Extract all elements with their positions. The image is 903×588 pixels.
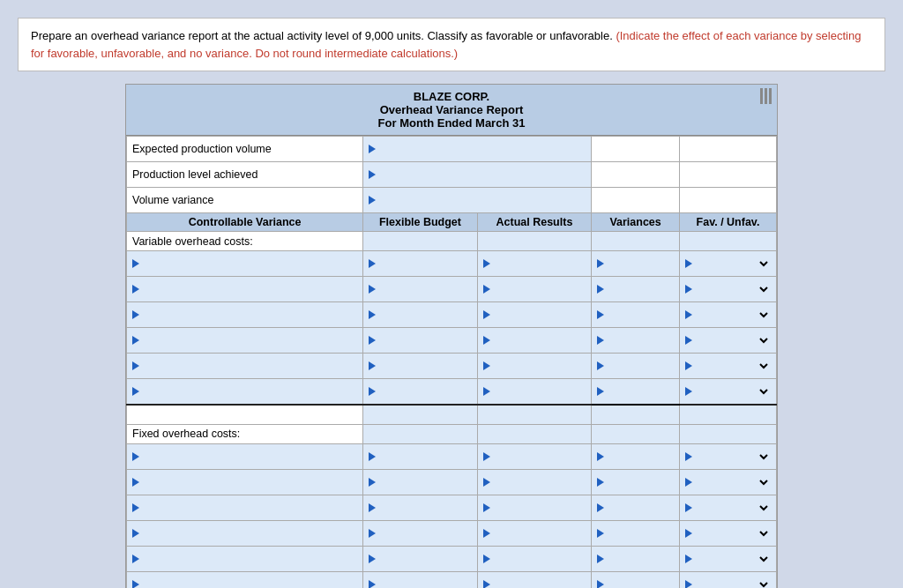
fixed-row-6-label[interactable]	[141, 577, 357, 589]
fixed-row-3-val1[interactable]	[377, 501, 472, 515]
input-arrow-v1c1	[369, 259, 376, 268]
variable-row-6-val2[interactable]	[492, 384, 586, 398]
table-header: BLAZE CORP. Overhead Variance Report For…	[126, 85, 777, 136]
fixed-row-6: Favorable Unfavorable No variance	[127, 571, 777, 588]
fixed-row-1-val1[interactable]	[377, 450, 472, 464]
fixed-row-4-val2[interactable]	[492, 526, 586, 540]
controllable-variance-header: Controllable Variance	[127, 213, 363, 232]
variable-row-5-dropdown[interactable]: Favorable Unfavorable No variance	[694, 359, 771, 373]
variable-row-4-dropdown[interactable]: Favorable Unfavorable No variance	[694, 333, 771, 347]
expected-production-row: Expected production volume	[127, 137, 777, 162]
fixed-row-2: Favorable Unfavorable No variance	[127, 469, 777, 495]
fixed-row-2-label[interactable]	[141, 475, 357, 489]
fixed-row-1-val2[interactable]	[492, 450, 586, 464]
report-table: Expected production volume Production le…	[126, 136, 777, 588]
variable-row-1-col1[interactable]	[363, 251, 478, 277]
variable-row-2-label-cell[interactable]	[127, 277, 363, 302]
variable-row-5-val2[interactable]	[492, 359, 586, 373]
fixed-section-label: Fixed overhead costs:	[127, 424, 363, 443]
volume-variance-empty2	[679, 188, 776, 213]
fixed-row-2-val1[interactable]	[377, 475, 472, 489]
variable-row-5: Favorable Unfavorable No variance	[127, 354, 777, 379]
fixed-row-3-dropdown[interactable]: Favorable Unfavorable No variance	[694, 501, 771, 515]
volume-variance-input[interactable]	[377, 193, 586, 207]
variable-row-6-dropdown[interactable]: Favorable Unfavorable No variance	[694, 384, 771, 398]
fixed-row-5-label[interactable]	[141, 552, 357, 566]
production-level-input[interactable]	[377, 167, 586, 182]
fixed-row-6-val1[interactable]	[377, 577, 472, 589]
fixed-section-label-row: Fixed overhead costs:	[127, 424, 777, 443]
variable-row-4-val3[interactable]	[606, 333, 674, 347]
variable-section-col3	[592, 232, 680, 251]
fixed-row-3-val2[interactable]	[492, 501, 586, 515]
variable-row-1-col2[interactable]	[477, 251, 592, 277]
fixed-row-5-val3[interactable]	[606, 552, 674, 566]
variable-row-1-col3[interactable]	[592, 251, 680, 277]
variable-row-1-val3[interactable]	[606, 257, 674, 271]
variable-row-2-dropdown[interactable]: Favorable Unfavorable No variance	[694, 282, 771, 296]
fixed-row-1-dropdown[interactable]: Favorable Unfavorable No variance	[694, 450, 771, 464]
fixed-row-5-dropdown[interactable]: Favorable Unfavorable No variance	[694, 552, 771, 566]
variable-section-col1	[363, 232, 478, 251]
variable-row-2-val2[interactable]	[492, 282, 586, 296]
variable-row-3-dropdown[interactable]: Favorable Unfavorable No variance	[694, 308, 771, 322]
fixed-row-2-dropdown[interactable]: Favorable Unfavorable No variance	[694, 475, 771, 489]
fixed-row-6-val2[interactable]	[492, 577, 586, 589]
resize-handle[interactable]	[760, 88, 772, 104]
input-arrow-2	[369, 170, 376, 179]
variable-row-2-val1[interactable]	[377, 282, 472, 296]
variable-row-4: Favorable Unfavorable No variance	[127, 328, 777, 354]
variable-row-1-dropdown[interactable]: Favorable Unfavorable No variance	[694, 257, 771, 271]
company-name: BLAZE CORP.	[130, 90, 773, 103]
production-level-empty1	[592, 162, 680, 188]
variable-row-6-val1[interactable]	[377, 384, 472, 398]
variable-row-6-label[interactable]	[141, 384, 357, 398]
fixed-row-4-label[interactable]	[141, 526, 357, 540]
fixed-row-6-val3[interactable]	[606, 577, 674, 589]
fixed-row-1-val3[interactable]	[606, 450, 674, 464]
variable-row-3-val1[interactable]	[377, 308, 472, 322]
variable-row-1-label[interactable]	[141, 257, 357, 271]
fixed-row-4-val3[interactable]	[606, 526, 674, 540]
fixed-row-3-val3[interactable]	[606, 501, 674, 515]
fixed-row-5-val1[interactable]	[377, 552, 472, 566]
expected-production-input[interactable]	[377, 142, 586, 156]
variable-row-3-val3[interactable]	[606, 308, 674, 322]
fixed-row-3-label[interactable]	[141, 501, 357, 515]
variable-row-5-val1[interactable]	[377, 359, 472, 373]
variable-row-6-val3[interactable]	[606, 384, 674, 398]
fixed-row-1-label[interactable]	[141, 450, 357, 464]
variable-row-1-val1[interactable]	[377, 257, 472, 271]
fixed-row-5-val2[interactable]	[492, 552, 586, 566]
page-wrapper: Prepare an overhead variance report at t…	[9, 9, 894, 588]
variable-row-4-val2[interactable]	[492, 333, 586, 347]
fixed-row-4-val1[interactable]	[377, 526, 472, 540]
production-level-input-cell[interactable]	[363, 162, 592, 188]
variable-row-3-val2[interactable]	[492, 308, 586, 322]
variable-row-1-col4[interactable]: Favorable Unfavorable No variance	[679, 251, 776, 277]
variable-row-5-val3[interactable]	[606, 359, 674, 373]
input-arrow-v1c3	[597, 259, 604, 268]
variable-row-2-label[interactable]	[141, 282, 357, 296]
variable-row-3-label[interactable]	[141, 308, 357, 322]
variable-row-4-val1[interactable]	[377, 333, 472, 347]
variable-row-4-label[interactable]	[141, 333, 357, 347]
variable-row-1-val2[interactable]	[492, 257, 586, 271]
variable-row-1-label-cell[interactable]	[127, 251, 363, 277]
fixed-row-4-dropdown[interactable]: Favorable Unfavorable No variance	[694, 526, 771, 540]
fixed-row-2-val2[interactable]	[492, 475, 586, 489]
fav-unfav-header: Fav. / Unfav.	[679, 213, 776, 232]
fixed-row-6-dropdown[interactable]: Favorable Unfavorable No variance	[694, 577, 771, 589]
expected-production-empty2	[679, 137, 776, 162]
variable-row-3: Favorable Unfavorable No variance	[127, 302, 777, 328]
variable-row-5-label[interactable]	[141, 359, 357, 373]
fixed-row-2-val3[interactable]	[606, 475, 674, 489]
flexible-budget-header: Flexible Budget	[363, 213, 478, 232]
fixed-row-5: Favorable Unfavorable No variance	[127, 546, 777, 571]
volume-variance-input-cell[interactable]	[363, 188, 592, 213]
variable-row-2-val3[interactable]	[606, 282, 674, 296]
expected-production-empty1	[592, 137, 680, 162]
expected-production-input-cell[interactable]	[363, 137, 592, 162]
input-arrow-v1c4	[685, 259, 692, 268]
variable-row-2: Favorable Unfavorable No variance	[127, 277, 777, 302]
